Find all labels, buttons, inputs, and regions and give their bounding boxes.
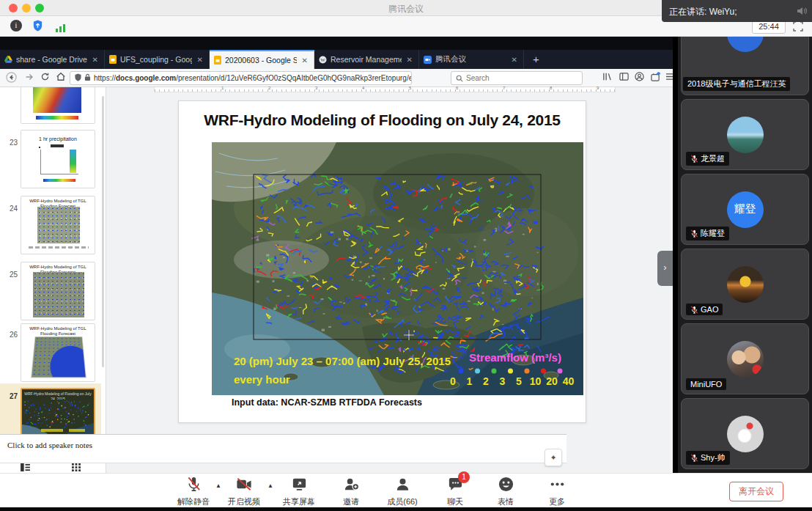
google-slides-icon (214, 56, 221, 65)
participant-tile[interactable]: Shy-帅 (681, 398, 809, 469)
browser-tab-tencent-meeting[interactable]: 腾讯会议 ✕ (419, 50, 524, 69)
thumbnail-map-image (37, 207, 80, 243)
avatar (727, 341, 764, 378)
participant-tile[interactable]: 龙景超 (681, 99, 809, 170)
more-icon (549, 476, 566, 493)
svg-text:20: 20 (546, 375, 558, 387)
tab-close-icon[interactable]: ✕ (91, 56, 100, 64)
chat-button[interactable]: 1 聊天 (432, 476, 479, 507)
slide-thumbnail-22-partial[interactable] (21, 87, 95, 124)
back-icon[interactable] (6, 72, 17, 86)
members-button[interactable]: 成员(66) (379, 476, 426, 507)
participant-name: 陈耀登 (686, 227, 729, 240)
slide-filmstrip: 23 1 hr precipitation 24 WRF-Hydro Model… (0, 87, 106, 473)
speaker-notes-placeholder: Click to add speaker notes (7, 441, 92, 449)
tab-title: share - Google Drive (16, 55, 87, 64)
speaker-notes-bar[interactable]: Click to add speaker notes (0, 434, 566, 463)
participant-tile[interactable]: GAO (681, 249, 809, 320)
account-icon[interactable] (635, 72, 644, 84)
invite-button[interactable]: 邀请 (328, 476, 374, 507)
forward-icon[interactable] (24, 72, 34, 85)
time-caption-line2: every hour (234, 373, 290, 386)
leave-meeting-button[interactable]: 离开会议 (729, 482, 783, 501)
tab-close-icon[interactable]: ✕ (405, 56, 414, 64)
emoji-button[interactable]: 表情 (482, 476, 529, 507)
browser-tab-reservoir[interactable]: W Reservoir Management - Welc ✕ (314, 50, 419, 69)
tab-title: 20200603 - Google Slides (225, 56, 297, 65)
network-signal-icon[interactable] (56, 22, 66, 35)
slide-thumbnail-25[interactable]: WRF-Hydro Modeling of TGL Flooding Forec… (21, 262, 95, 320)
tab-title: UFS_coupling - Google Slides (120, 55, 192, 64)
sidebar-collapse-handle[interactable]: › (657, 251, 673, 286)
start-video-button[interactable]: 开启视频 (221, 476, 267, 507)
more-button[interactable]: 更多 (534, 476, 580, 507)
browser-tab-20200603-active[interactable]: 20200603 - Google Slides ✕ (210, 50, 314, 69)
library-icon[interactable] (602, 72, 612, 84)
sidebar-view-icon[interactable] (619, 72, 629, 84)
members-icon (394, 476, 411, 493)
home-icon[interactable] (56, 72, 66, 84)
url-bar[interactable]: https://docs.google.com/presentation/d/1… (70, 71, 412, 85)
url-text: https://docs.google.com/presentation/d/1… (94, 74, 412, 82)
mic-muted-icon (690, 306, 698, 314)
slide-thumbnail-23[interactable]: 1 hr precipitation (21, 130, 95, 188)
share-screen-button[interactable]: 共享屏幕 (276, 476, 322, 507)
video-options-caret[interactable]: ▲ (267, 482, 273, 489)
browser-tab-drive[interactable]: share - Google Drive ✕ (0, 50, 105, 69)
mic-muted-icon (185, 476, 202, 493)
bottom-edge (0, 507, 812, 511)
google-slides-app: 23 1 hr precipitation 24 WRF-Hydro Model… (0, 87, 673, 473)
legend-dot (558, 369, 563, 374)
participant-name: GAO (686, 304, 723, 315)
browser-navbar: https://docs.google.com/presentation/d/1… (0, 69, 678, 87)
slide-thumbnail-24[interactable]: WRF-Hydro Modeling of TGL Flooding Forec… (21, 196, 95, 254)
thumbnail-map-image (22, 400, 94, 438)
avatar (727, 37, 764, 52)
slide-thumbnail-27-selected[interactable]: WRF-Hydro Modeling of Flooding on July 2… (21, 388, 95, 439)
participant-tile[interactable]: MiniUFO (681, 323, 809, 394)
slide-number: 24 (4, 205, 18, 213)
svg-text:W: W (320, 57, 325, 63)
browser-tabbar: share - Google Drive ✕ UFS_coupling - Go… (0, 50, 678, 69)
slide-thumbnail-26[interactable]: WRF-Hydro Modeling of TGL Flooding Forec… (21, 323, 95, 382)
browser-tab-ufs-coupling[interactable]: UFS_coupling - Google Slides ✕ (105, 50, 210, 69)
participant-tile[interactable]: 2018级电子与通信工程汪英 (681, 37, 809, 95)
participant-tile[interactable]: 耀登 陈耀登 (681, 174, 809, 245)
thumbnail-map-image (33, 272, 84, 317)
tencent-meeting-icon (424, 56, 432, 64)
reload-icon[interactable] (40, 72, 50, 84)
flood-map-image: 20 (pm) July 23 – 07:00 (am) July 25, 20… (212, 142, 583, 395)
extension-icon[interactable] (651, 72, 660, 84)
slide-canvas[interactable]: WRF-Hydro Modeling of Flooding on July 2… (178, 100, 586, 423)
search-bar[interactable] (451, 71, 583, 85)
thumbnail-plot-streak (70, 150, 76, 173)
avatar (727, 266, 764, 303)
filmstrip-scrollbar[interactable] (102, 96, 104, 367)
google-drive-icon (4, 56, 12, 63)
legend-dot (541, 369, 546, 374)
legend-dot (508, 369, 513, 374)
search-input[interactable] (466, 74, 569, 82)
mic-muted-icon (690, 155, 698, 163)
legend-dot (475, 369, 480, 374)
unmute-button[interactable]: 解除静音 (170, 476, 217, 507)
meeting-security-shield-icon[interactable] (32, 19, 43, 35)
fullscreen-icon[interactable] (793, 21, 803, 34)
tab-title: 腾讯会议 (435, 54, 506, 65)
explore-button[interactable]: ✦ (545, 449, 562, 466)
input-data-note: Input data: NCAR-SZMB RTFDDA Forecasts (232, 397, 422, 408)
meeting-info-icon[interactable]: i (10, 20, 22, 32)
participant-name: Shy-帅 (686, 451, 730, 465)
lock-icon (84, 73, 91, 83)
mic-muted-icon (690, 454, 698, 462)
tracking-shield-icon[interactable] (75, 73, 81, 83)
new-tab-button[interactable]: + (524, 50, 548, 69)
thumbnail-map-image (31, 337, 86, 378)
avatar (727, 416, 764, 452)
svg-text:40: 40 (563, 375, 575, 387)
invite-icon (343, 476, 360, 493)
tab-close-icon[interactable]: ✕ (300, 56, 309, 65)
tab-close-icon[interactable]: ✕ (510, 56, 519, 64)
tab-close-icon[interactable]: ✕ (196, 56, 204, 64)
svg-text:1: 1 (467, 375, 473, 387)
